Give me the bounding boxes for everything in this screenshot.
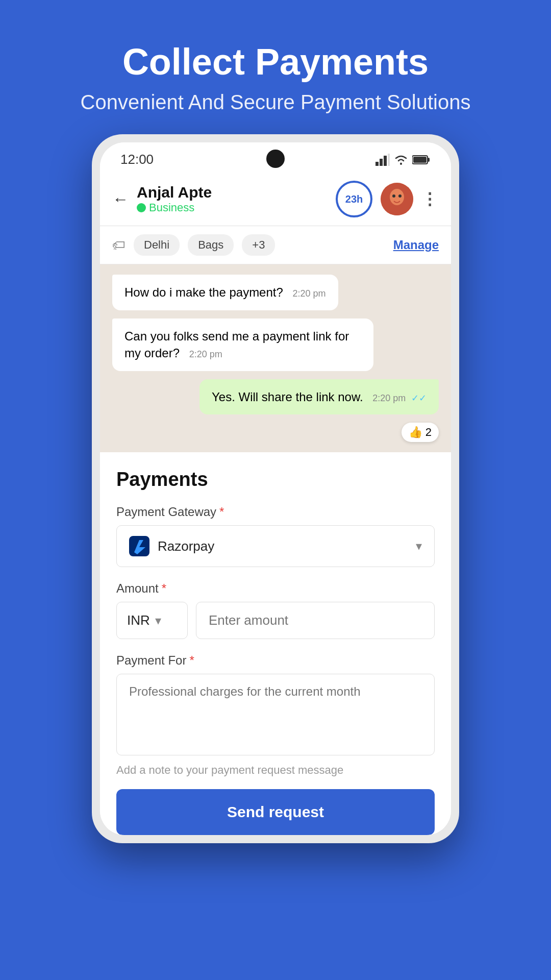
more-options-button[interactable]: ⋮ [421, 189, 439, 209]
currency-select[interactable]: INR ▾ [116, 602, 188, 639]
message-3-text: Yes. Will share the link now. [212, 390, 363, 404]
page-title: Collect Payments [81, 41, 471, 83]
payment-for-label: Payment For * [116, 653, 435, 668]
amount-row: INR ▾ [116, 602, 435, 639]
payments-panel: Payments Payment Gateway * Razorpay ▾ Am… [100, 452, 451, 835]
status-bar: 12:00 [100, 142, 451, 173]
message-1-time: 2:20 pm [293, 288, 326, 299]
amount-label: Amount * [116, 581, 435, 596]
phone-mockup: 12:00 [92, 134, 459, 843]
gateway-label: Payment Gateway * [116, 505, 435, 519]
avatar [381, 183, 413, 215]
svg-rect-6 [413, 157, 427, 163]
message-2-text: Can you folks send me a payment link for… [124, 329, 349, 360]
back-button[interactable]: ← [112, 190, 129, 209]
gateway-select[interactable]: Razorpay ▾ [116, 525, 435, 567]
timer-label: 23h [345, 193, 363, 205]
tag-delhi[interactable]: Delhi [134, 234, 180, 256]
tag-icon: 🏷 [112, 237, 126, 253]
read-ticks: ✓✓ [411, 393, 427, 403]
gateway-required: * [219, 505, 224, 519]
payment-for-required: * [189, 653, 194, 668]
chat-header: ← Anjal Apte Business 23h [100, 173, 451, 226]
payments-title: Payments [116, 469, 435, 491]
signal-icon [375, 154, 390, 166]
amount-input[interactable] [196, 602, 435, 639]
battery-icon [412, 155, 431, 165]
helper-text: Add a note to your payment request messa… [116, 764, 435, 777]
page-header: Collect Payments Convenient And Secure P… [50, 0, 502, 134]
currency-chevron-icon: ▾ [155, 614, 161, 628]
svg-point-12 [398, 194, 402, 198]
svg-rect-0 [375, 162, 379, 166]
chevron-down-icon: ▾ [416, 539, 422, 553]
status-icons [375, 154, 431, 166]
contact-name: Anjal Apte [137, 184, 328, 201]
phone-screen: 12:00 [100, 142, 451, 835]
message-1-text: How do i make the payment? [124, 285, 283, 299]
svg-point-11 [392, 194, 395, 198]
razorpay-icon [129, 536, 149, 556]
reaction-emoji: 👍 [409, 426, 422, 439]
camera-dot [266, 150, 285, 168]
tag-bags[interactable]: Bags [188, 234, 234, 256]
gateway-value: Razorpay [158, 538, 408, 554]
tags-bar: 🏷 Delhi Bags +3 Manage [100, 226, 451, 264]
reactions-bar: 👍 2 [402, 423, 439, 442]
currency-value: INR [127, 612, 150, 628]
chat-messages: How do i make the payment? 2:20 pm Can y… [100, 264, 451, 452]
message-3: Yes. Will share the link now. 2:20 pm ✓✓ [199, 379, 439, 415]
svg-rect-1 [380, 159, 383, 166]
manage-link[interactable]: Manage [393, 238, 439, 252]
amount-required: * [162, 581, 166, 596]
contact-info: Anjal Apte Business [137, 184, 328, 214]
send-request-button[interactable]: Send request [116, 789, 435, 835]
contact-status: Business [137, 201, 328, 214]
message-1: How do i make the payment? 2:20 pm [112, 275, 338, 310]
page-subtitle: Convenient And Secure Payment Solutions [81, 91, 471, 114]
svg-point-4 [400, 163, 402, 165]
status-time: 12:00 [120, 152, 154, 167]
message-2-time: 2:20 pm [189, 349, 222, 359]
whatsapp-icon [137, 203, 146, 212]
message-2: Can you folks send me a payment link for… [112, 318, 373, 371]
message-3-time: 2:20 pm [372, 393, 406, 403]
header-actions: 23h ⋮ [336, 181, 439, 217]
svg-rect-7 [428, 158, 430, 162]
svg-rect-2 [384, 156, 387, 166]
payment-for-input[interactable] [116, 674, 435, 755]
svg-rect-3 [388, 154, 390, 166]
contact-type: Business [149, 201, 194, 214]
tag-more[interactable]: +3 [242, 234, 275, 256]
wifi-icon [394, 154, 408, 165]
timer-badge: 23h [336, 181, 372, 217]
reaction-count: 2 [425, 426, 432, 439]
